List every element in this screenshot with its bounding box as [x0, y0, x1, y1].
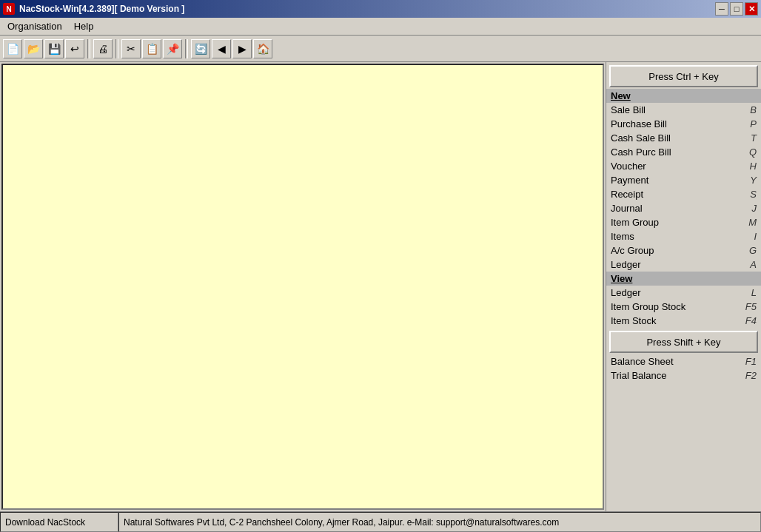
status-info: Natural Softwares Pvt Ltd, C-2 Panchshee…	[118, 512, 761, 532]
menu-receipt[interactable]: Receipt S	[606, 187, 761, 201]
item-group-shortcut: M	[748, 217, 757, 228]
close-button[interactable]: ✕	[745, 2, 758, 16]
toolbar-copy[interactable]: 📋	[142, 39, 161, 58]
menu-voucher[interactable]: Voucher H	[606, 159, 761, 173]
item-group-stock-shortcut: F5	[745, 301, 757, 312]
menu-organisation[interactable]: Organisation	[1, 19, 68, 33]
toolbar-back[interactable]: ◀	[212, 39, 231, 58]
menu-item-group-stock[interactable]: Item Group Stock F5	[606, 300, 761, 314]
toolbar-home[interactable]: 🏠	[253, 39, 272, 58]
menu-sale-bill[interactable]: Sale Bill B	[606, 103, 761, 117]
menu-payment[interactable]: Payment Y	[606, 173, 761, 187]
title-bar-title: N NacStock-Win[4.2.389][ Demo Version ]	[3, 3, 184, 15]
press-shift-key-button[interactable]: Press Shift + Key	[609, 331, 758, 353]
item-stock-label: Item Stock	[611, 315, 656, 326]
toolbar-sep-2	[115, 39, 118, 58]
journal-label: Journal	[611, 203, 643, 214]
ledger-shortcut: A	[750, 259, 757, 270]
menu-item-stock[interactable]: Item Stock F4	[606, 314, 761, 328]
toolbar-cut[interactable]: ✂	[121, 39, 141, 58]
item-group-label: Item Group	[611, 217, 659, 228]
cash-purc-bill-shortcut: Q	[749, 147, 757, 158]
toolbar: 📄 📂 💾 ↩ 🖨 ✂ 📋 📌 🔄 ◀ ▶ 🏠	[0, 36, 761, 62]
menu-balance-sheet[interactable]: Balance Sheet F1	[606, 354, 761, 368]
toolbar-forward[interactable]: ▶	[232, 39, 252, 58]
menu-journal[interactable]: Journal J	[606, 201, 761, 215]
toolbar-refresh[interactable]: 🔄	[191, 39, 210, 58]
receipt-label: Receipt	[611, 189, 643, 200]
receipt-shortcut: S	[750, 189, 757, 200]
new-section-header: New	[606, 89, 761, 103]
cash-sale-bill-label: Cash Sale Bill	[611, 132, 671, 144]
cash-sale-bill-shortcut: T	[751, 132, 757, 144]
payment-shortcut: Y	[750, 175, 757, 186]
sale-bill-label: Sale Bill	[611, 104, 646, 115]
menu-item-group[interactable]: Item Group M	[606, 215, 761, 229]
sale-bill-shortcut: B	[750, 104, 757, 115]
press-ctrl-key-button[interactable]: Press Ctrl + Key	[609, 65, 758, 87]
menu-purchase-bill[interactable]: Purchase Bill P	[606, 117, 761, 131]
right-panel: Press Ctrl + Key New Sale Bill B Purchas…	[606, 62, 761, 511]
menu-ac-group[interactable]: A/c Group G	[606, 243, 761, 257]
toolbar-new[interactable]: 📄	[3, 39, 22, 58]
toolbar-paste[interactable]: 📌	[163, 39, 182, 58]
view-ledger-shortcut: L	[751, 287, 757, 298]
app-icon: N	[3, 3, 15, 15]
journal-shortcut: J	[752, 203, 757, 214]
purchase-bill-shortcut: P	[750, 118, 757, 129]
trial-balance-shortcut: F2	[745, 370, 757, 381]
app-title: NacStock-Win[4.2.389][ Demo Version ]	[19, 4, 184, 14]
main-layout: Press Ctrl + Key New Sale Bill B Purchas…	[0, 62, 761, 511]
download-nacstock[interactable]: Download NacStock	[0, 512, 118, 532]
title-bar-controls: ─ □ ✕	[715, 2, 758, 16]
payment-label: Payment	[611, 175, 648, 186]
cash-purc-bill-label: Cash Purc Bill	[611, 147, 671, 158]
balance-sheet-shortcut: F1	[745, 356, 757, 367]
purchase-bill-label: Purchase Bill	[611, 118, 667, 129]
menu-cash-purc-bill[interactable]: Cash Purc Bill Q	[606, 145, 761, 159]
status-bar: Download NacStock Natural Softwares Pvt …	[0, 511, 761, 532]
toolbar-save[interactable]: 💾	[44, 39, 64, 58]
menu-items[interactable]: Items I	[606, 229, 761, 243]
menu-trial-balance[interactable]: Trial Balance F2	[606, 368, 761, 383]
toolbar-open[interactable]: 📂	[24, 39, 43, 58]
menu-bar: Organisation Help	[0, 18, 761, 36]
minimize-button[interactable]: ─	[715, 2, 728, 16]
items-shortcut: I	[754, 231, 757, 242]
trial-balance-label: Trial Balance	[611, 370, 666, 381]
balance-sheet-label: Balance Sheet	[611, 356, 674, 367]
item-group-stock-label: Item Group Stock	[611, 301, 685, 312]
ledger-label: Ledger	[611, 259, 640, 270]
ac-group-label: A/c Group	[611, 245, 654, 256]
view-section-header: View	[606, 272, 761, 286]
toolbar-print[interactable]: 🖨	[93, 39, 113, 58]
menu-ledger[interactable]: Ledger A	[606, 257, 761, 272]
voucher-label: Voucher	[611, 161, 646, 172]
voucher-shortcut: H	[750, 161, 757, 172]
item-stock-shortcut: F4	[745, 315, 757, 326]
work-area	[1, 64, 604, 510]
menu-help[interactable]: Help	[68, 19, 100, 33]
toolbar-sep-1	[87, 39, 90, 58]
maximize-button[interactable]: □	[730, 2, 743, 16]
view-ledger-label: Ledger	[611, 287, 640, 298]
title-bar: N NacStock-Win[4.2.389][ Demo Version ] …	[0, 0, 761, 18]
ac-group-shortcut: G	[749, 245, 757, 256]
toolbar-undo[interactable]: ↩	[65, 39, 84, 58]
items-label: Items	[611, 231, 634, 242]
toolbar-sep-3	[185, 39, 188, 58]
menu-view-ledger[interactable]: Ledger L	[606, 286, 761, 300]
menu-cash-sale-bill[interactable]: Cash Sale Bill T	[606, 131, 761, 145]
